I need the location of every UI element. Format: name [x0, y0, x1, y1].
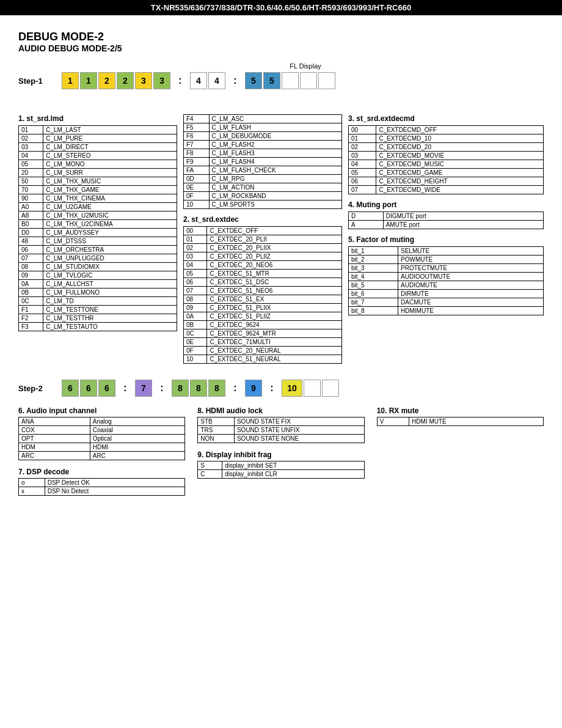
table-cell: C_EXTDEC_51_PLIIX — [207, 304, 342, 312]
table-row: 10C_LM SPORTS — [184, 200, 342, 209]
table-cell: 09 — [19, 271, 43, 280]
table-cell: DSP Detect OK — [45, 479, 185, 487]
step2-digit-8c: 8 — [208, 380, 225, 397]
table-cell: 01 — [19, 126, 43, 134]
table-cell: 20 — [19, 169, 43, 177]
table-cell: 06 — [184, 278, 207, 287]
table-row: A0C_LM_U2GAME — [19, 203, 177, 211]
table-cell: SOUND STATE FIX — [234, 417, 364, 426]
table-cell: C_LM_DIRECT — [43, 143, 177, 152]
digit-e2 — [300, 72, 317, 89]
step2-digit-6b: 6 — [80, 380, 97, 397]
table-cell: 10 — [184, 200, 210, 209]
table-cell: 00 — [184, 227, 207, 235]
step2-sep1: : — [117, 380, 134, 397]
table-cell: FA — [184, 166, 210, 175]
table-row: 03C_EXTDECMD_MOVIE — [349, 152, 544, 160]
table-cell: F3 — [19, 323, 43, 331]
table-cell: 0B — [19, 289, 43, 297]
step2-label: Step-2 — [18, 384, 55, 393]
table-row: 02C_EXTDECMD_20 — [349, 143, 544, 152]
table-cell: 0B — [184, 321, 207, 329]
table-cell: 90 — [19, 194, 43, 203]
table-cell: C_EXTDECMD_OFF — [376, 126, 544, 134]
table-row: NONSOUND STATE NONE — [198, 435, 364, 443]
table-cell: x — [19, 487, 45, 496]
table-cell: ARC — [19, 452, 90, 460]
step2-digit-10: 10 — [282, 380, 302, 397]
table-row: 09C_LM_TVLOGIC — [19, 271, 177, 280]
table-row: 05C_EXTDECMD_GAME — [349, 169, 544, 177]
table-cell: C_EXTDEC_51_PLIIZ — [207, 312, 342, 321]
page-title-line1: DEBUG MODE-2 — [18, 31, 544, 43]
table-row: F5C_LM_FLASH — [184, 123, 342, 132]
table-row: 02C_LM_PURE — [19, 134, 177, 143]
table-cell: C_EXTDECMD_MUSIC — [376, 160, 544, 169]
table-cell: 10 — [184, 355, 207, 364]
section3-table: 00C_EXTDECMD_OFF01C_EXTDECMD_1002C_EXTDE… — [348, 125, 544, 194]
main-content: 1. st_srd.lmd 01C_LM_LAST02C_LM_PURE03C_… — [0, 114, 562, 370]
step2-col3: 10. RX mute VHDMI MUTE — [377, 406, 544, 503]
table-cell: display_inhibit CLR — [222, 470, 364, 479]
table-cell: F9 — [184, 158, 210, 166]
section9-table: Sdisplay_inhibit SETCdisplay_inhibit CLR — [197, 461, 364, 479]
table-cell: POWMUTE — [398, 256, 544, 264]
table-row: 07C_LM_UNPLUGGED — [19, 254, 177, 263]
table-cell: HDM — [19, 443, 90, 452]
mid-column: F4C_LM_ASCF5C_LM_FLASHF6C_LM_DEBUGMODEF7… — [183, 114, 342, 370]
section5-table: bit_1SELMUTEbit_2POWMUTEbit_3PROTECTMUTE… — [348, 246, 544, 315]
table-row: Cdisplay_inhibit CLR — [198, 470, 364, 479]
table-cell: C_LM_THX_CINEMA — [43, 194, 177, 203]
table-cell: C_LM_STUDIOMIX — [43, 263, 177, 271]
table-cell: PROTECTMUTE — [398, 264, 544, 273]
table-row: 90C_LM_THX_CINEMA — [19, 194, 177, 203]
table-cell: 70 — [19, 186, 43, 194]
table-cell: C_LM_FLASH — [209, 123, 341, 132]
section7-table: oDSP Detect OKxDSP No Detect — [18, 478, 185, 496]
table-cell: C_LM_U2GAME — [43, 203, 177, 211]
table-cell: 06 — [349, 177, 376, 186]
digit-2a: 2 — [98, 72, 115, 89]
left-column: 1. st_srd.lmd 01C_LM_LAST02C_LM_PURE03C_… — [18, 114, 177, 370]
table-cell: 07 — [349, 186, 376, 194]
table-row: HDMHDMI — [19, 443, 185, 452]
table-cell: 0A — [184, 312, 207, 321]
table-cell: 07 — [184, 287, 207, 295]
step2-sep2: : — [153, 380, 170, 397]
table-cell: SOUND STATE UNFIX — [234, 426, 364, 435]
table-cell: 0C — [19, 297, 43, 306]
table-row: bit_7DACMUTE — [349, 298, 544, 307]
section6-subsection: 6. Audio input channel ANAAnalogCOXCoaxi… — [18, 406, 185, 460]
page-title-line2: AUDIO DEBUG MODE-2/5 — [18, 43, 544, 53]
section8-table: STBSOUND STATE FIXTRSSOUND STATE UNFIXNO… — [197, 417, 364, 443]
table-cell: C_LM_FULLMONO — [43, 289, 177, 297]
fl-display-label: FL Display — [67, 62, 544, 70]
table-cell: Coaxial — [90, 426, 185, 435]
section1-title: 1. st_srd.lmd — [18, 114, 177, 123]
table-cell: C_LM_ORCHESTRA — [43, 246, 177, 254]
sep1: : — [172, 72, 189, 89]
table-cell: 04 — [349, 160, 376, 169]
table-row: oDSP Detect OK — [19, 479, 185, 487]
table-cell: 04 — [19, 152, 43, 160]
table-cell: C_LM_ALLCHST — [43, 280, 177, 289]
table-row: D0C_LM_AUDYSSEY — [19, 229, 177, 237]
table-row: B0C_LM_THX_U2CINEMA — [19, 220, 177, 229]
table-cell: 0C — [184, 329, 207, 338]
table-cell: DIRMUTE — [398, 290, 544, 298]
table-cell: F1 — [19, 306, 43, 314]
table-row: bit_3PROTECTMUTE — [349, 264, 544, 273]
table-row: AAMUTE port — [349, 221, 544, 229]
table-row: COXCoaxial — [19, 426, 185, 435]
table-cell: 02 — [349, 143, 376, 152]
step2-digit-6c: 6 — [98, 380, 115, 397]
table-cell: NON — [198, 435, 235, 443]
table-row: 20C_LM_SURR — [19, 169, 177, 177]
table-cell: COX — [19, 426, 90, 435]
table-cell: 01 — [349, 134, 376, 143]
table-row: 0DC_LM_RPG — [184, 175, 342, 183]
table-row: 10C_EXTDEC_51_NEURAL — [184, 355, 342, 364]
table-cell: TRS — [198, 426, 235, 435]
table-cell: 05 — [184, 270, 207, 278]
table-cell: 01 — [184, 235, 207, 244]
